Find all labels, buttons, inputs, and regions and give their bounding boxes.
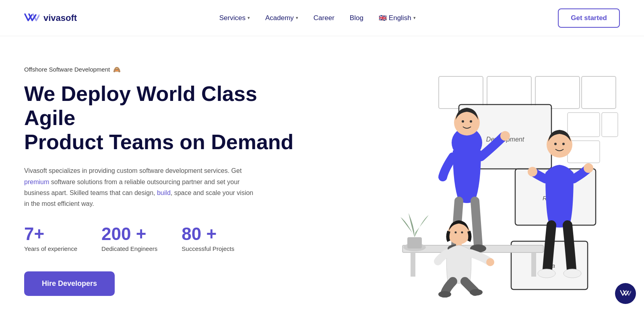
chevron-down-icon: ▾ (413, 15, 416, 21)
svg-point-32 (528, 167, 537, 177)
float-badge-icon (620, 289, 631, 298)
nav-links: Services ▾ Academy ▾ Career Blog 🇬🇧 Engl… (219, 14, 416, 22)
nav-label-services: Services (219, 14, 246, 22)
highlight-premium: premium (24, 179, 49, 185)
navbar: vivasoft Services ▾ Academy ▾ Career Blo… (0, 0, 644, 36)
svg-point-23 (462, 120, 464, 123)
nav-link-academy[interactable]: Academy ▾ (265, 14, 298, 22)
hero-title-line1: We Deploy World Class Agile (24, 82, 257, 129)
svg-rect-17 (411, 252, 415, 277)
nav-language-label: English (389, 14, 411, 22)
chevron-down-icon: ▾ (296, 15, 298, 21)
stat-projects-label: Successful Projects (182, 245, 234, 252)
nav-label-career: Career (314, 14, 334, 22)
svg-rect-3 (582, 76, 616, 109)
hero-illustration: Development Research idea (298, 60, 620, 302)
svg-rect-0 (439, 76, 483, 109)
hero-tag-text: Offshore Software Development (24, 66, 110, 73)
stat-engineers-label: Dedicated Engineers (101, 245, 157, 252)
hero-tag: Offshore Software Development 🙈 (24, 66, 298, 73)
stat-engineers: 200 + Dedicated Engineers (101, 225, 157, 252)
nav-link-career[interactable]: Career (314, 14, 334, 22)
hero-title: We Deploy World Class Agile Product Team… (24, 82, 298, 154)
svg-rect-18 (531, 252, 536, 277)
hero-content: Offshore Software Development 🙈 We Deplo… (24, 66, 298, 296)
svg-point-39 (486, 258, 494, 266)
svg-point-33 (538, 269, 555, 278)
svg-point-41 (470, 289, 483, 296)
flag-icon: 🇬🇧 (379, 14, 387, 22)
hire-developers-button[interactable]: Hire Developers (24, 271, 115, 296)
get-started-button[interactable]: Get started (558, 8, 620, 28)
svg-point-24 (470, 120, 472, 123)
stat-engineers-number: 200 + (101, 225, 157, 243)
nav-link-language[interactable]: 🇬🇧 English ▾ (379, 14, 416, 22)
svg-rect-14 (568, 141, 600, 163)
nav-label-academy: Academy (265, 14, 294, 22)
hero-section: Offshore Software Development 🙈 We Deplo… (0, 36, 644, 312)
nav-item-career[interactable]: Career (314, 14, 334, 22)
nav-link-blog[interactable]: Blog (350, 14, 363, 22)
chevron-down-icon: ▾ (248, 15, 250, 21)
logo-text: vivasoft (43, 13, 77, 23)
svg-point-36 (455, 232, 457, 234)
stat-experience: 7+ Years of experience (24, 225, 77, 252)
nav-item-blog[interactable]: Blog (350, 14, 363, 22)
logo-icon (24, 12, 39, 24)
svg-point-25 (500, 131, 510, 141)
svg-point-31 (584, 163, 593, 173)
nav-item-language[interactable]: 🇬🇧 English ▾ (379, 14, 416, 22)
float-badge[interactable] (615, 283, 636, 304)
svg-point-37 (461, 232, 463, 234)
hero-description: Vivasoft specializes in providing custom… (24, 165, 258, 209)
svg-rect-15 (602, 113, 618, 137)
logo[interactable]: vivasoft (24, 12, 77, 24)
svg-point-29 (554, 143, 557, 145)
stat-experience-label: Years of experience (24, 245, 77, 252)
svg-point-34 (564, 269, 581, 278)
nav-item-services[interactable]: Services ▾ (219, 14, 250, 22)
svg-rect-20 (407, 237, 422, 248)
nav-link-services[interactable]: Services ▾ (219, 14, 250, 22)
svg-rect-1 (487, 76, 531, 109)
hero-title-line2: Product Teams on Demand (24, 130, 293, 154)
illustration-container: Development Research idea (378, 64, 620, 298)
hero-svg-illustration: Development Research idea (378, 64, 620, 298)
svg-point-40 (438, 291, 451, 298)
tag-emoji: 🙈 (113, 66, 121, 73)
stat-projects: 80 + Successful Projects (182, 225, 234, 252)
nav-label-blog: Blog (350, 14, 363, 22)
svg-rect-2 (535, 76, 580, 109)
svg-rect-13 (568, 113, 600, 137)
stat-experience-number: 7+ (24, 225, 77, 243)
svg-point-30 (562, 143, 565, 145)
highlight-build: build (157, 189, 171, 196)
nav-item-academy[interactable]: Academy ▾ (265, 14, 298, 22)
stats-section: 7+ Years of experience 200 + Dedicated E… (24, 225, 298, 252)
stat-projects-number: 80 + (182, 225, 234, 243)
